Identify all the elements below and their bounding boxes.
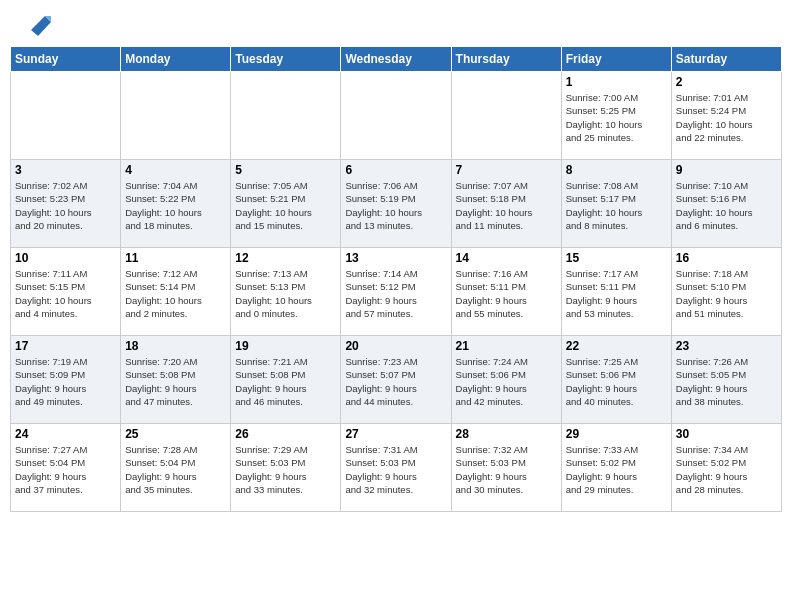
weekday-header: Friday	[561, 47, 671, 72]
day-info: Sunrise: 7:10 AMSunset: 5:16 PMDaylight:…	[676, 179, 777, 232]
day-info: Sunrise: 7:26 AMSunset: 5:05 PMDaylight:…	[676, 355, 777, 408]
day-number: 1	[566, 75, 667, 89]
calendar-cell: 20Sunrise: 7:23 AMSunset: 5:07 PMDayligh…	[341, 336, 451, 424]
calendar-cell: 13Sunrise: 7:14 AMSunset: 5:12 PMDayligh…	[341, 248, 451, 336]
calendar-cell: 6Sunrise: 7:06 AMSunset: 5:19 PMDaylight…	[341, 160, 451, 248]
day-number: 12	[235, 251, 336, 265]
day-info: Sunrise: 7:33 AMSunset: 5:02 PMDaylight:…	[566, 443, 667, 496]
day-info: Sunrise: 7:00 AMSunset: 5:25 PMDaylight:…	[566, 91, 667, 144]
day-info: Sunrise: 7:18 AMSunset: 5:10 PMDaylight:…	[676, 267, 777, 320]
calendar-cell: 3Sunrise: 7:02 AMSunset: 5:23 PMDaylight…	[11, 160, 121, 248]
day-number: 28	[456, 427, 557, 441]
calendar-cell: 10Sunrise: 7:11 AMSunset: 5:15 PMDayligh…	[11, 248, 121, 336]
day-number: 8	[566, 163, 667, 177]
day-info: Sunrise: 7:08 AMSunset: 5:17 PMDaylight:…	[566, 179, 667, 232]
calendar-week-row: 10Sunrise: 7:11 AMSunset: 5:15 PMDayligh…	[11, 248, 782, 336]
calendar-cell	[11, 72, 121, 160]
weekday-header: Thursday	[451, 47, 561, 72]
day-info: Sunrise: 7:34 AMSunset: 5:02 PMDaylight:…	[676, 443, 777, 496]
day-info: Sunrise: 7:11 AMSunset: 5:15 PMDaylight:…	[15, 267, 116, 320]
day-info: Sunrise: 7:14 AMSunset: 5:12 PMDaylight:…	[345, 267, 446, 320]
calendar-cell: 27Sunrise: 7:31 AMSunset: 5:03 PMDayligh…	[341, 424, 451, 512]
calendar-cell: 30Sunrise: 7:34 AMSunset: 5:02 PMDayligh…	[671, 424, 781, 512]
calendar-cell: 14Sunrise: 7:16 AMSunset: 5:11 PMDayligh…	[451, 248, 561, 336]
calendar-week-row: 3Sunrise: 7:02 AMSunset: 5:23 PMDaylight…	[11, 160, 782, 248]
day-number: 5	[235, 163, 336, 177]
calendar-cell: 19Sunrise: 7:21 AMSunset: 5:08 PMDayligh…	[231, 336, 341, 424]
calendar-cell: 17Sunrise: 7:19 AMSunset: 5:09 PMDayligh…	[11, 336, 121, 424]
day-number: 4	[125, 163, 226, 177]
day-info: Sunrise: 7:28 AMSunset: 5:04 PMDaylight:…	[125, 443, 226, 496]
day-info: Sunrise: 7:23 AMSunset: 5:07 PMDaylight:…	[345, 355, 446, 408]
calendar-cell: 28Sunrise: 7:32 AMSunset: 5:03 PMDayligh…	[451, 424, 561, 512]
day-info: Sunrise: 7:19 AMSunset: 5:09 PMDaylight:…	[15, 355, 116, 408]
calendar-cell: 22Sunrise: 7:25 AMSunset: 5:06 PMDayligh…	[561, 336, 671, 424]
day-info: Sunrise: 7:24 AMSunset: 5:06 PMDaylight:…	[456, 355, 557, 408]
day-number: 15	[566, 251, 667, 265]
day-number: 16	[676, 251, 777, 265]
calendar-cell: 8Sunrise: 7:08 AMSunset: 5:17 PMDaylight…	[561, 160, 671, 248]
day-number: 13	[345, 251, 446, 265]
day-info: Sunrise: 7:06 AMSunset: 5:19 PMDaylight:…	[345, 179, 446, 232]
calendar-cell: 4Sunrise: 7:04 AMSunset: 5:22 PMDaylight…	[121, 160, 231, 248]
day-number: 9	[676, 163, 777, 177]
calendar-cell: 15Sunrise: 7:17 AMSunset: 5:11 PMDayligh…	[561, 248, 671, 336]
day-number: 19	[235, 339, 336, 353]
calendar-cell	[341, 72, 451, 160]
day-info: Sunrise: 7:20 AMSunset: 5:08 PMDaylight:…	[125, 355, 226, 408]
day-info: Sunrise: 7:32 AMSunset: 5:03 PMDaylight:…	[456, 443, 557, 496]
day-info: Sunrise: 7:31 AMSunset: 5:03 PMDaylight:…	[345, 443, 446, 496]
weekday-header-row: SundayMondayTuesdayWednesdayThursdayFrid…	[11, 47, 782, 72]
calendar-cell: 25Sunrise: 7:28 AMSunset: 5:04 PMDayligh…	[121, 424, 231, 512]
calendar-cell: 1Sunrise: 7:00 AMSunset: 5:25 PMDaylight…	[561, 72, 671, 160]
day-number: 3	[15, 163, 116, 177]
calendar-cell: 18Sunrise: 7:20 AMSunset: 5:08 PMDayligh…	[121, 336, 231, 424]
calendar-cell: 23Sunrise: 7:26 AMSunset: 5:05 PMDayligh…	[671, 336, 781, 424]
day-number: 25	[125, 427, 226, 441]
day-info: Sunrise: 7:27 AMSunset: 5:04 PMDaylight:…	[15, 443, 116, 496]
day-number: 6	[345, 163, 446, 177]
day-number: 2	[676, 75, 777, 89]
calendar-table: SundayMondayTuesdayWednesdayThursdayFrid…	[10, 46, 782, 512]
day-info: Sunrise: 7:16 AMSunset: 5:11 PMDaylight:…	[456, 267, 557, 320]
weekday-header: Saturday	[671, 47, 781, 72]
calendar-cell: 7Sunrise: 7:07 AMSunset: 5:18 PMDaylight…	[451, 160, 561, 248]
day-number: 24	[15, 427, 116, 441]
day-number: 14	[456, 251, 557, 265]
day-info: Sunrise: 7:07 AMSunset: 5:18 PMDaylight:…	[456, 179, 557, 232]
day-number: 7	[456, 163, 557, 177]
page-header	[10, 10, 782, 38]
day-number: 18	[125, 339, 226, 353]
day-number: 29	[566, 427, 667, 441]
calendar-cell: 2Sunrise: 7:01 AMSunset: 5:24 PMDaylight…	[671, 72, 781, 160]
weekday-header: Tuesday	[231, 47, 341, 72]
day-number: 22	[566, 339, 667, 353]
calendar-cell: 16Sunrise: 7:18 AMSunset: 5:10 PMDayligh…	[671, 248, 781, 336]
day-number: 11	[125, 251, 226, 265]
calendar-cell: 24Sunrise: 7:27 AMSunset: 5:04 PMDayligh…	[11, 424, 121, 512]
calendar-cell	[451, 72, 561, 160]
day-number: 30	[676, 427, 777, 441]
day-info: Sunrise: 7:25 AMSunset: 5:06 PMDaylight:…	[566, 355, 667, 408]
day-info: Sunrise: 7:05 AMSunset: 5:21 PMDaylight:…	[235, 179, 336, 232]
weekday-header: Wednesday	[341, 47, 451, 72]
calendar-cell: 11Sunrise: 7:12 AMSunset: 5:14 PMDayligh…	[121, 248, 231, 336]
day-info: Sunrise: 7:02 AMSunset: 5:23 PMDaylight:…	[15, 179, 116, 232]
day-info: Sunrise: 7:12 AMSunset: 5:14 PMDaylight:…	[125, 267, 226, 320]
calendar-cell: 9Sunrise: 7:10 AMSunset: 5:16 PMDaylight…	[671, 160, 781, 248]
day-number: 17	[15, 339, 116, 353]
day-number: 20	[345, 339, 446, 353]
day-info: Sunrise: 7:21 AMSunset: 5:08 PMDaylight:…	[235, 355, 336, 408]
calendar-week-row: 24Sunrise: 7:27 AMSunset: 5:04 PMDayligh…	[11, 424, 782, 512]
calendar-cell: 21Sunrise: 7:24 AMSunset: 5:06 PMDayligh…	[451, 336, 561, 424]
day-number: 23	[676, 339, 777, 353]
logo	[20, 16, 53, 38]
calendar-cell: 26Sunrise: 7:29 AMSunset: 5:03 PMDayligh…	[231, 424, 341, 512]
calendar-cell	[231, 72, 341, 160]
day-info: Sunrise: 7:04 AMSunset: 5:22 PMDaylight:…	[125, 179, 226, 232]
weekday-header: Monday	[121, 47, 231, 72]
logo-icon	[23, 8, 53, 38]
day-number: 10	[15, 251, 116, 265]
day-number: 27	[345, 427, 446, 441]
day-number: 26	[235, 427, 336, 441]
